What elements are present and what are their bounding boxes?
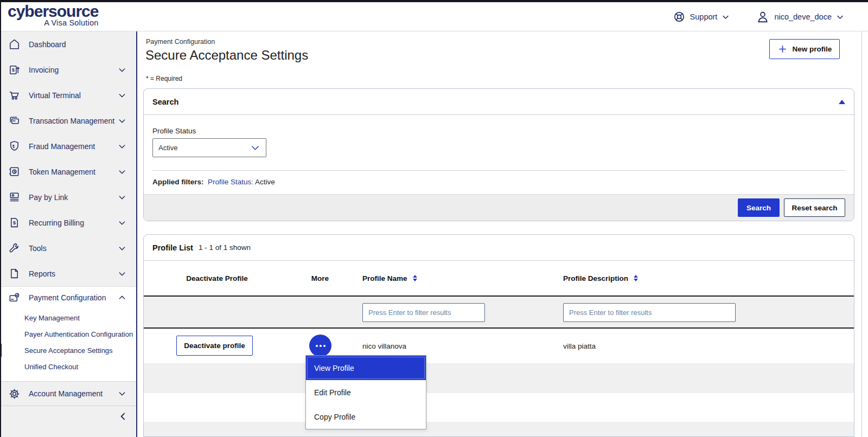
chevron-down-icon: [118, 91, 126, 100]
sidebar-item-token-management[interactable]: Token Management: [0, 159, 136, 184]
empty-row: [144, 393, 854, 422]
pay-link-icon: [8, 191, 21, 203]
chevron-down-icon: [722, 13, 730, 21]
profile-list-panel: Profile List 1 - 1 of 1 shown Deactivate…: [143, 234, 854, 437]
applied-filter-value: Active: [255, 178, 275, 186]
sidebar-subitem-payer-authentication-configuration[interactable]: Payer Authentication Configuration: [0, 326, 136, 342]
support-menu[interactable]: Support: [673, 10, 730, 23]
sidebar-nav: Dashboard $ Invoicing Virtual Terminal T…: [0, 31, 137, 437]
chevron-down-icon: [118, 142, 126, 151]
sidebar-subitem-secure-acceptance-settings[interactable]: Secure Acceptance Settings: [0, 342, 136, 358]
sidebar-item-payment-configuration[interactable]: Payment Configuration: [0, 287, 136, 309]
column-profile-name[interactable]: Profile Name: [362, 261, 417, 295]
chevron-down-icon: [836, 13, 844, 21]
sidebar-item-label: Dashboard: [29, 40, 66, 49]
empty-row-stripe: [144, 422, 854, 436]
sidebar-item-recurring-billing[interactable]: $ Recurring Billing: [0, 210, 136, 235]
sidebar-item-fraud-management[interactable]: Fraud Management: [0, 133, 136, 159]
column-deactivate-profile: Deactivate Profile: [155, 261, 279, 295]
user-icon: [756, 10, 770, 24]
home-icon: [8, 38, 21, 50]
svg-text:$: $: [13, 220, 16, 226]
user-menu[interactable]: nico_deve_doce: [756, 10, 844, 24]
vault-icon: [8, 165, 21, 178]
sort-icon[interactable]: [634, 275, 638, 281]
profile-context-menu: View Profile Edit Profile Copy Profile: [305, 355, 426, 429]
table-header-row: Deactivate Profile More Profile Name Pro…: [144, 261, 854, 297]
ellipsis-icon: [320, 345, 322, 347]
new-profile-button[interactable]: New profile: [769, 39, 840, 59]
sidebar-subitem-unified-checkout[interactable]: Unified Checkout: [0, 358, 136, 375]
sidebar-item-reports[interactable]: Reports: [0, 261, 136, 286]
main-content: Payment Configuration Secure Acceptance …: [138, 31, 868, 437]
chevron-down-icon: [118, 218, 126, 227]
sidebar-item-label: Virtual Terminal: [29, 91, 81, 100]
column-more: More: [298, 261, 342, 295]
column-label: Profile Description: [563, 274, 628, 282]
reset-search-button[interactable]: Reset search: [784, 198, 845, 217]
profile-name-filter-input[interactable]: [362, 303, 485, 322]
collapse-panel-icon[interactable]: [839, 100, 845, 104]
sidebar-item-label: Token Management: [29, 168, 95, 176]
applied-filters-label: Applied filters:: [152, 178, 204, 186]
sidebar-item-label: Pay by Link: [29, 193, 68, 202]
more-actions-button[interactable]: [309, 335, 331, 357]
search-button[interactable]: Search: [738, 198, 780, 217]
payment-config-icon: [8, 292, 21, 304]
profile-status-value: Active: [158, 144, 177, 152]
scrollbar-track[interactable]: [861, 31, 862, 437]
table-row: Deactivate profile nico villanova villa …: [144, 329, 854, 363]
wrench-icon: [8, 242, 21, 254]
support-label: Support: [690, 12, 718, 21]
applied-filter-name[interactable]: Profile Status:: [208, 178, 253, 186]
search-panel: Search Profile Status Active Applied fil…: [143, 88, 854, 221]
chevron-down-icon: [250, 143, 260, 153]
profile-status-label: Profile Status: [152, 127, 196, 135]
menu-item-copy-profile[interactable]: Copy Profile: [306, 404, 426, 429]
payment-configuration-group: Payment Configuration Key Management Pay…: [0, 286, 136, 381]
sidebar-item-transaction-management[interactable]: Transaction Management: [0, 108, 136, 133]
search-panel-footer: Search Reset search: [144, 194, 854, 221]
sidebar-subitem-key-management[interactable]: Key Management: [0, 310, 136, 326]
profile-description-filter-input[interactable]: [563, 303, 736, 322]
chevron-up-icon: [118, 293, 126, 302]
plus-icon: [777, 44, 788, 54]
column-profile-description[interactable]: Profile Description: [563, 261, 638, 295]
deactivate-profile-button[interactable]: Deactivate profile: [176, 336, 253, 356]
sidebar-item-label: Invoicing: [29, 66, 59, 74]
profile-status-select[interactable]: Active: [152, 138, 266, 157]
profile-description-cell: villa piatta: [563, 329, 596, 363]
column-label: Profile Name: [362, 274, 407, 282]
sidebar-item-invoicing[interactable]: $ Invoicing: [0, 57, 136, 82]
ellipsis-icon: [316, 345, 318, 347]
search-panel-title: Search: [152, 98, 178, 106]
page-title: Secure Acceptance Settings: [145, 48, 308, 63]
invoice-icon: $: [8, 63, 21, 76]
profile-list-header: Profile List 1 - 1 of 1 shown: [144, 235, 854, 261]
chevron-down-icon: [118, 389, 126, 398]
sidebar-collapse-button[interactable]: [118, 411, 129, 424]
sidebar-item-dashboard[interactable]: Dashboard: [0, 31, 136, 57]
billing-doc-icon: $: [8, 216, 21, 229]
chevron-down-icon: [118, 66, 126, 74]
life-ring-icon: [673, 10, 686, 23]
sidebar-subitem-label: Key Management: [24, 314, 80, 322]
top-header: cybersource A Visa Solution Support nico…: [0, 2, 868, 31]
logo-wordmark: cybersource: [8, 3, 98, 20]
new-profile-label: New profile: [793, 45, 832, 53]
sidebar-item-account-management[interactable]: Account Management: [0, 381, 136, 406]
cards-icon: [8, 114, 21, 127]
sidebar-item-label: Tools: [29, 244, 47, 253]
sidebar-item-pay-by-link[interactable]: Pay by Link: [0, 184, 136, 210]
menu-item-view-profile[interactable]: View Profile: [306, 356, 426, 380]
sidebar-item-virtual-terminal[interactable]: Virtual Terminal: [0, 82, 136, 108]
menu-item-edit-profile[interactable]: Edit Profile: [306, 380, 426, 404]
required-note: * = Required: [146, 75, 182, 82]
sidebar-item-label: Account Management: [29, 389, 103, 398]
empty-row-stripe: [144, 363, 854, 393]
sidebar-item-tools[interactable]: Tools: [0, 235, 136, 261]
chevron-down-icon: [118, 168, 126, 176]
document-icon: [8, 267, 21, 280]
sort-icon[interactable]: [413, 275, 417, 281]
ellipsis-icon: [323, 345, 326, 347]
